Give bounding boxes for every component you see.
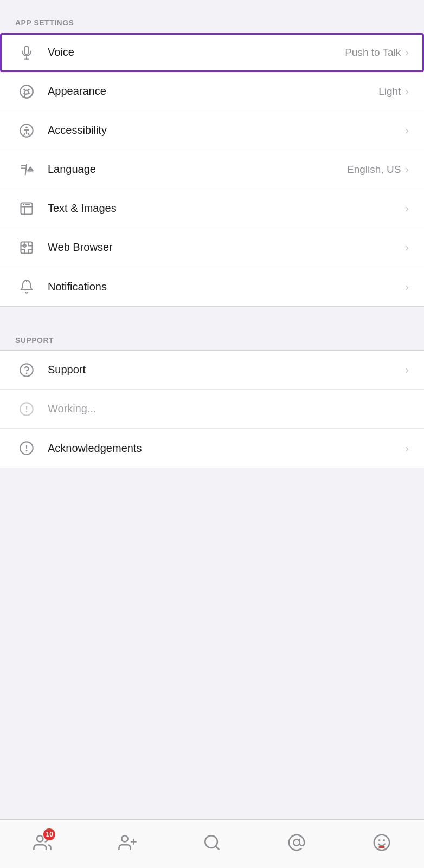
friends-badge: 10 (43, 828, 55, 840)
language-setting-item[interactable]: Language English, US › (0, 150, 424, 189)
main-content: APP SETTINGS Voice Push to Talk › (0, 0, 424, 819)
user-add-icon (113, 828, 142, 857)
working-setting-item: Working... (0, 390, 424, 429)
accessibility-chevron: › (405, 124, 409, 137)
voice-label: Voice (48, 46, 345, 59)
svg-rect-0 (25, 46, 29, 54)
microphone-icon (15, 41, 38, 64)
voice-setting-item[interactable]: Voice Push to Talk › (0, 33, 424, 72)
voice-value: Push to Talk (345, 47, 401, 59)
svg-point-29 (294, 839, 300, 845)
info-outline-icon (15, 398, 38, 420)
voice-chevron: › (405, 46, 409, 59)
support-chevron: › (405, 364, 409, 376)
svg-point-24 (121, 835, 127, 841)
accessibility-label: Accessibility (48, 124, 405, 137)
appearance-chevron: › (405, 85, 409, 98)
language-label: Language (48, 163, 347, 176)
section-separator (0, 307, 424, 326)
support-setting-item[interactable]: Support › (0, 351, 424, 390)
appearance-setting-item[interactable]: Appearance Light › (0, 72, 424, 111)
web-browser-chevron: › (405, 241, 409, 254)
svg-point-23 (37, 835, 43, 841)
notifications-label: Notifications (48, 281, 405, 293)
notifications-icon (15, 275, 38, 298)
svg-point-14 (26, 280, 27, 281)
app-settings-group: Voice Push to Talk › Appearance (0, 33, 424, 307)
acknowledgements-chevron: › (405, 442, 409, 455)
notifications-setting-item[interactable]: Notifications › (0, 267, 424, 306)
text-images-label: Text & Images (48, 202, 405, 215)
web-browser-setting-item[interactable]: Web Browser › (0, 228, 424, 267)
text-images-setting-item[interactable]: Text & Images › (0, 189, 424, 228)
status-icon (368, 828, 396, 857)
accessibility-setting-item[interactable]: Accessibility › (0, 111, 424, 150)
svg-rect-11 (21, 242, 33, 253)
text-images-chevron: › (405, 202, 409, 215)
acknowledgements-label: Acknowledgements (48, 442, 405, 455)
nav-item-status[interactable] (339, 828, 424, 857)
appearance-label: Appearance (48, 85, 378, 98)
nav-item-mention[interactable] (254, 828, 339, 857)
friends-icon: 10 (28, 828, 56, 857)
nav-item-user-add[interactable] (85, 828, 169, 857)
mention-icon (282, 828, 311, 857)
palette-icon (15, 80, 38, 103)
web-browser-label: Web Browser (48, 241, 405, 254)
text-images-icon (15, 197, 38, 220)
notifications-chevron: › (405, 281, 409, 293)
nav-item-search[interactable] (170, 828, 254, 857)
support-header: SUPPORT (0, 326, 424, 350)
support-label: Support (48, 364, 405, 376)
accessibility-icon (15, 119, 38, 142)
working-label: Working... (48, 403, 409, 415)
support-section: SUPPORT Support › (0, 326, 424, 468)
bottom-nav: 10 (0, 819, 424, 868)
svg-point-9 (25, 126, 28, 128)
language-icon (15, 158, 38, 181)
language-chevron: › (405, 163, 409, 176)
app-settings-header: APP SETTINGS (0, 9, 424, 33)
support-group: Support › Working... (0, 350, 424, 468)
search-icon (198, 828, 226, 857)
support-icon (15, 359, 38, 381)
info-icon (15, 437, 38, 459)
acknowledgements-setting-item[interactable]: Acknowledgements › (0, 429, 424, 468)
svg-point-15 (20, 364, 33, 376)
svg-line-28 (216, 846, 219, 849)
app-settings-section: APP SETTINGS Voice Push to Talk › (0, 9, 424, 307)
language-value: English, US (347, 164, 401, 176)
appearance-value: Light (378, 86, 401, 98)
web-browser-icon (15, 236, 38, 259)
nav-item-friends[interactable]: 10 (0, 828, 85, 857)
